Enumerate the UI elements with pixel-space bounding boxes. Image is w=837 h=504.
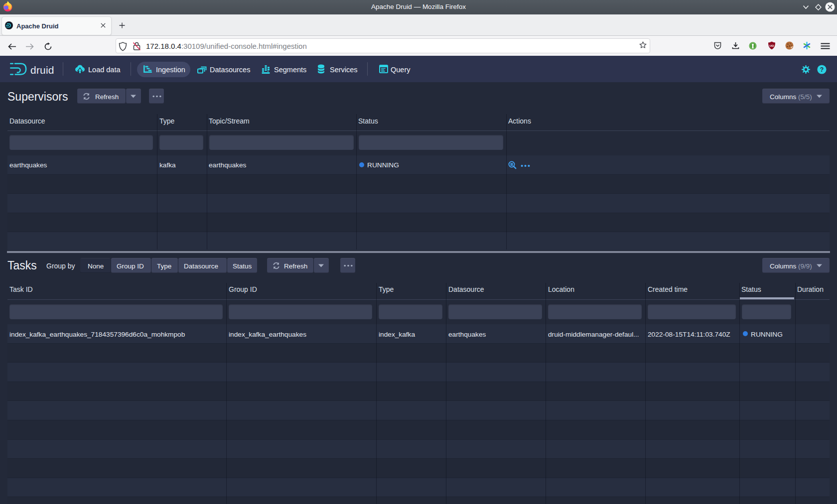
- svg-text:?: ?: [820, 66, 824, 73]
- svg-text:UO: UO: [770, 44, 774, 47]
